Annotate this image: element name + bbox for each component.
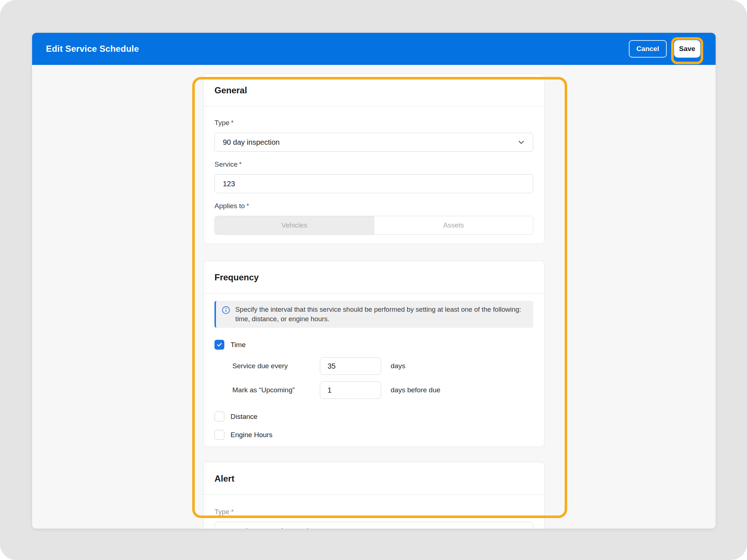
type-label: Type*	[214, 119, 533, 127]
chevron-down-icon	[518, 528, 525, 529]
service-due-label: Service due every	[232, 362, 320, 370]
service-due-input[interactable]	[320, 357, 381, 375]
checkmark-icon	[216, 342, 222, 348]
service-due-suffix: days	[391, 362, 405, 370]
toggle-option-assets[interactable]: Assets	[374, 216, 533, 234]
alert-section: Alert Type* Upcoming & overdue service	[203, 462, 545, 529]
form-content: General Type* 90 day inspection Service*	[32, 65, 716, 529]
service-due-row: Service due every days	[232, 357, 533, 375]
time-interval-fields: Service due every days Mark as “Upcoming…	[232, 357, 533, 399]
type-select-value: 90 day inspection	[223, 138, 280, 147]
cancel-button[interactable]: Cancel	[629, 40, 667, 58]
applies-to-label: Applies to*	[214, 202, 533, 210]
frequency-body: Specify the interval that this service s…	[204, 293, 544, 447]
mark-upcoming-suffix: days before due	[391, 386, 440, 394]
alert-heading: Alert	[204, 462, 544, 495]
mark-upcoming-label: Mark as “Upcoming”	[232, 386, 320, 394]
distance-checkbox-row: Distance	[214, 412, 533, 421]
frequency-heading: Frequency	[204, 261, 544, 293]
toggle-option-vehicles[interactable]: Vehicles	[215, 216, 374, 234]
save-button-wrap: Save	[674, 40, 700, 58]
distance-checkbox[interactable]	[214, 412, 224, 421]
edit-service-schedule-window: Edit Service Schedule Cancel Save Genera…	[32, 33, 716, 529]
time-checkbox[interactable]	[214, 340, 224, 350]
engine-hours-checkbox-row: Engine Hours	[214, 430, 533, 440]
header-actions: Cancel Save	[629, 40, 700, 58]
mark-upcoming-input[interactable]	[320, 381, 381, 399]
page-title: Edit Service Schedule	[46, 44, 139, 54]
service-input-value: 123	[223, 180, 235, 188]
alert-type-label: Type*	[214, 508, 533, 516]
time-label: Time	[231, 341, 246, 349]
type-select[interactable]: 90 day inspection	[214, 133, 533, 152]
alert-body: Type* Upcoming & overdue service	[204, 495, 544, 529]
general-section: General Type* 90 day inspection Service*	[203, 74, 545, 244]
mark-upcoming-row: Mark as “Upcoming” days before due	[232, 381, 533, 399]
service-input[interactable]: 123	[214, 174, 533, 193]
info-icon	[222, 306, 230, 316]
page-background: Edit Service Schedule Cancel Save Genera…	[0, 0, 747, 560]
service-label: Service*	[214, 160, 533, 168]
distance-label: Distance	[231, 413, 258, 421]
interval-info-banner: Specify the interval that this service s…	[214, 301, 533, 328]
alert-type-select[interactable]: Upcoming & overdue service	[214, 522, 533, 529]
header-bar: Edit Service Schedule Cancel Save	[32, 33, 716, 65]
general-body: Type* 90 day inspection Service* 123	[204, 106, 544, 244]
engine-hours-label: Engine Hours	[231, 431, 272, 439]
frequency-section: Frequency Specify the interval that this…	[203, 261, 545, 447]
interval-info-text: Specify the interval that this service s…	[235, 305, 526, 324]
alert-type-select-value: Upcoming & overdue service	[223, 527, 316, 529]
engine-hours-checkbox[interactable]	[214, 430, 224, 440]
time-checkbox-row: Time	[214, 340, 533, 350]
chevron-down-icon	[518, 139, 525, 146]
general-heading: General	[204, 74, 544, 106]
save-button[interactable]: Save	[674, 40, 700, 58]
applies-to-toggle: Vehicles Assets	[214, 216, 533, 235]
